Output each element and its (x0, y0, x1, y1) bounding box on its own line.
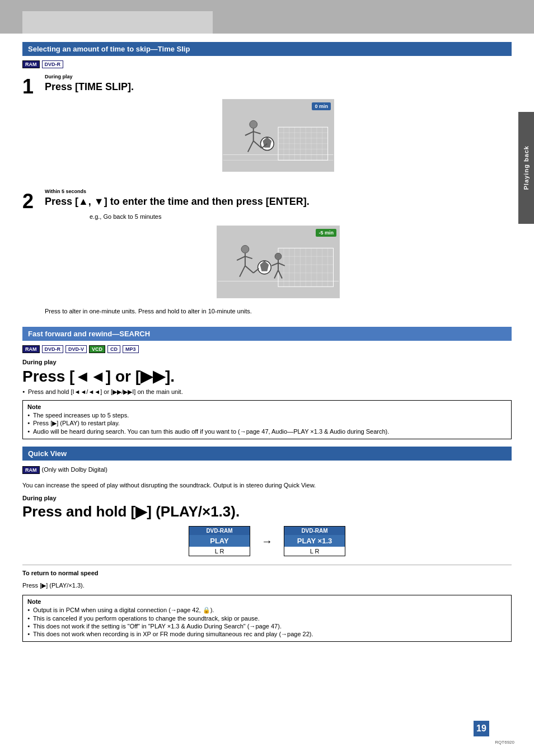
rqt-code: RQT6920 (495, 740, 514, 745)
badge-ram: RAM (22, 60, 40, 68)
step2-content: Within 5 seconds Press [▲, ▼] to enter t… (45, 189, 512, 318)
eg-label: e.g., Go back to 5 minutes (90, 213, 512, 220)
return-text: Press [▶] (PLAY/×1.3). (22, 581, 512, 590)
svg-point-42 (241, 245, 249, 253)
press-note: Press to alter in one-minute units. Pres… (45, 307, 512, 316)
arrow-right-icon: → (261, 535, 273, 548)
step2-number: 2 (22, 191, 45, 212)
main-content: Selecting an amount of time to skip—Time… (0, 34, 534, 658)
dvd-box-right-play: PLAY ×1.3 (284, 535, 345, 547)
step2-container: 2 Within 5 seconds Press [▲, ▼] to enter… (22, 189, 512, 318)
time-badge2: -5 min (316, 229, 336, 237)
section3-description: You can increase the speed of play witho… (22, 481, 512, 491)
step1-container: 1 During play Press [TIME SLIP]. 0 min (22, 74, 512, 180)
section1-header: Selecting an amount of time to skip—Time… (22, 42, 512, 56)
svg-point-18 (250, 121, 257, 129)
dvd-box-left: DVD-RAM PLAY L R (189, 526, 250, 556)
page-num-area: 19 RQT6920 (495, 739, 514, 745)
step1-maintext: Press [TIME SLIP]. (45, 81, 512, 93)
side-tab-text: Playing back (523, 145, 530, 190)
page-number: 19 (474, 721, 489, 736)
section2-badges: RAM DVD-R DVD-V VCD CD MP3 (22, 345, 512, 353)
illustration2-box: -5 min (217, 226, 340, 298)
section2-note-item3: Audio will be heard during search. You c… (27, 428, 507, 435)
divider (22, 565, 512, 565)
section3-note-box: Note Output is in PCM when using a digit… (22, 595, 512, 642)
page-container: Playing back Selecting an amount of time… (0, 0, 534, 756)
svg-point-49 (275, 253, 282, 260)
dvd-box-right: DVD-RAM PLAY ×1.3 L R (284, 526, 345, 556)
section3-note-item4: This does not work when recording is in … (27, 631, 507, 637)
step2-sublabel: Within 5 seconds (45, 189, 512, 194)
dvd-box-right-lr: L R (284, 547, 345, 556)
badge2-vcd: VCD (89, 345, 105, 353)
section2-press-text: Press [◄◄] or [▶▶]. (22, 367, 512, 386)
section3-note-item3: This does not work if the setting is "Of… (27, 623, 507, 630)
dvd-box-left-lr: L R (189, 547, 250, 556)
dvd-box-left-header: DVD-RAM (189, 527, 250, 535)
section3-badge-note: (Only with Dolby Digital) (42, 465, 107, 475)
top-gray-bar-inner (22, 11, 213, 34)
badge-dvdr: DVD-R (42, 60, 64, 68)
illustration2-container: -5 min (45, 226, 512, 298)
time-badge1: 0 min (312, 102, 331, 110)
section2-note-item2: Press [▶] (PLAY) to restart play. (27, 420, 507, 427)
section2-during-play: During play (22, 359, 512, 365)
section1-badges: RAM DVD-R (22, 60, 512, 68)
section3-note-label: Note (27, 598, 507, 605)
dvd-box-left-play: PLAY (189, 535, 250, 547)
badge3-ram: RAM (22, 466, 40, 474)
section2-note-label: Note (27, 403, 507, 410)
return-header-label: To return to normal speed (22, 570, 98, 576)
illustration1-container: 0 min (45, 99, 512, 172)
dvd-diagram: DVD-RAM PLAY L R → DVD-RAM PLAY ×1.3 L R (22, 526, 512, 556)
section3-during-play: During play (22, 495, 512, 501)
section3-badges: RAM (Only with Dolby Digital) (22, 465, 512, 475)
section2-note-box: Note The speed increases up to 5 steps. … (22, 400, 512, 439)
section3-header: Quick View (22, 447, 512, 461)
section3-note-item1: Output is in PCM when using a digital co… (27, 607, 507, 614)
top-gray-bar (0, 0, 534, 34)
badge2-dvdr: DVD-R (42, 345, 64, 353)
section2-note-item1: The speed increases up to 5 steps. (27, 412, 507, 419)
return-header: To return to normal speed (22, 570, 512, 576)
step1-number: 1 (22, 77, 45, 97)
side-tab: Playing back (518, 112, 534, 224)
soccer-illus2 (217, 226, 339, 298)
section3-press-text: Press and hold [▶] (PLAY/×1.3). (22, 503, 512, 520)
illustration1-box: 0 min (222, 99, 334, 172)
dvd-box-right-header: DVD-RAM (284, 527, 345, 535)
badge2-cd: CD (107, 345, 120, 353)
step1-sublabel: During play (45, 74, 512, 79)
step1-content: During play Press [TIME SLIP]. 0 min (45, 74, 512, 180)
step2-maintext: Press [▲, ▼] to enter the time and then … (45, 195, 512, 208)
badge2-ram: RAM (22, 345, 40, 353)
badge2-mp3: MP3 (123, 345, 139, 353)
section2-bullet-note: Press and hold [I◄◄/◄◄] or [▶▶/▶▶I] on t… (22, 388, 512, 396)
section3-note-item2: This is canceled if you perform operatio… (27, 615, 507, 622)
badge2-dvdv: DVD-V (65, 345, 87, 353)
soccer-illus1 (223, 100, 334, 171)
section2-header: Fast forward and rewind—SEARCH (22, 327, 512, 341)
